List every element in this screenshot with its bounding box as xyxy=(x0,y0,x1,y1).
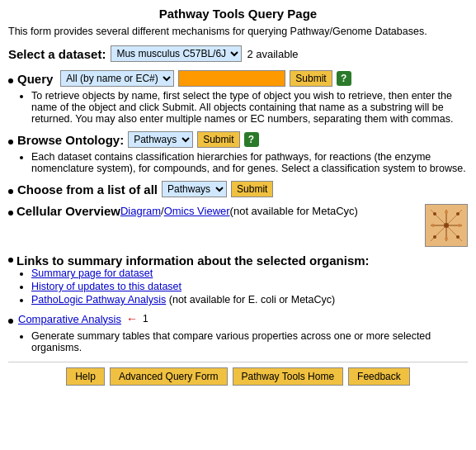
query-input[interactable] xyxy=(178,70,285,87)
svg-point-12 xyxy=(458,224,461,227)
cellular-thumbnail-svg xyxy=(427,206,466,245)
svg-point-7 xyxy=(456,212,460,216)
links-section: Links to summary information about the s… xyxy=(8,253,468,306)
cellular-section: Cellular Overview Diagram / Omics Viewer… xyxy=(8,204,468,247)
query-submit-button[interactable]: Submit xyxy=(290,70,332,87)
choose-select[interactable]: Pathways xyxy=(162,181,227,197)
intro-text: This form provides several different mec… xyxy=(8,26,468,37)
query-section: Query All (by name or EC#) Submit ? To r… xyxy=(8,70,468,125)
history-link[interactable]: History of updates to this dataset xyxy=(31,281,181,292)
browse-description-list: Each dataset contains classification hie… xyxy=(31,151,468,174)
arrow-icon: ← xyxy=(126,312,138,325)
choose-bullet xyxy=(8,189,13,194)
summary-page-link[interactable]: Summary page for dataset xyxy=(31,268,153,279)
svg-point-11 xyxy=(431,224,435,227)
browse-label: Browse Ontology: xyxy=(17,133,124,147)
comparative-description-list: Generate summary tables that compare var… xyxy=(31,330,468,353)
svg-point-9 xyxy=(456,235,460,239)
svg-point-6 xyxy=(433,212,436,216)
number-indicator: 1 xyxy=(143,313,148,324)
list-item: History of updates to this dataset xyxy=(31,281,468,292)
browse-description: Each dataset contains classification hie… xyxy=(31,151,468,174)
dataset-available: 2 available xyxy=(247,48,298,60)
pathologic-suffix: (not available for E. coli or MetaCyc) xyxy=(166,294,335,306)
choose-label: Choose from a list of all xyxy=(17,182,158,197)
svg-point-13 xyxy=(445,237,448,240)
svg-point-10 xyxy=(445,211,448,214)
query-label: Query xyxy=(17,72,53,86)
pathway-tools-home-button[interactable]: Pathway Tools Home xyxy=(233,367,344,386)
list-item: Summary page for dataset xyxy=(31,268,468,279)
svg-point-5 xyxy=(444,223,449,228)
cellular-suffix: (not available for MetaCyc) xyxy=(230,205,358,217)
links-bullet xyxy=(8,258,13,263)
links-title: Links to summary information about the s… xyxy=(16,253,370,268)
cellular-row: Cellular Overview Diagram / Omics Viewer… xyxy=(8,204,417,218)
choose-submit-button[interactable]: Submit xyxy=(231,181,273,197)
choose-row: Choose from a list of all Pathways Submi… xyxy=(8,181,468,197)
help-button[interactable]: Help xyxy=(66,367,105,386)
comparative-analysis-link[interactable]: Comparative Analysis xyxy=(18,313,121,325)
browse-select[interactable]: Pathways xyxy=(128,131,193,148)
comparative-section: Comparative Analysis ← 1 Generate summar… xyxy=(8,312,468,353)
advanced-query-button[interactable]: Advanced Query Form xyxy=(110,367,228,386)
cellular-thumbnail xyxy=(425,204,468,247)
links-list: Summary page for dataset History of upda… xyxy=(31,268,468,306)
query-description-list: To retrieve objects by name, first selec… xyxy=(31,90,468,125)
query-row: Query All (by name or EC#) Submit ? xyxy=(8,70,468,87)
query-description: To retrieve objects by name, first selec… xyxy=(31,90,468,125)
dataset-label: Select a dataset: xyxy=(8,47,106,61)
pathologic-link[interactable]: PathoLogic Pathway Analysis xyxy=(31,294,166,306)
query-bullet xyxy=(8,78,13,83)
bottom-bar: Help Advanced Query Form Pathway Tools H… xyxy=(8,362,468,386)
query-help-icon[interactable]: ? xyxy=(337,71,351,86)
page-title: Pathway Tools Query Page xyxy=(8,7,468,21)
browse-bullet xyxy=(8,140,13,144)
browse-submit-button[interactable]: Submit xyxy=(197,131,239,148)
choose-section: Choose from a list of all Pathways Submi… xyxy=(8,181,468,197)
cellular-label-prefix: Cellular Overview xyxy=(16,204,120,218)
comparative-description: Generate summary tables that compare var… xyxy=(31,330,468,353)
cellular-diagram-link[interactable]: Diagram xyxy=(120,205,161,217)
cellular-bullet xyxy=(8,211,13,216)
browse-row: Browse Ontology: Pathways Submit ? xyxy=(8,131,468,148)
query-type-select[interactable]: All (by name or EC#) xyxy=(60,70,174,87)
feedback-button[interactable]: Feedback xyxy=(348,367,410,386)
comparative-bullet xyxy=(8,319,13,324)
select-dataset-section: Select a dataset: Mus musculus C57BL/6J … xyxy=(8,45,468,62)
dataset-select[interactable]: Mus musculus C57BL/6J xyxy=(111,45,242,62)
browse-help-icon[interactable]: ? xyxy=(244,132,259,147)
cellular-omics-link[interactable]: Omics Viewer xyxy=(164,205,230,217)
svg-point-8 xyxy=(433,235,436,239)
comparative-row: Comparative Analysis ← 1 xyxy=(8,312,468,325)
browse-section: Browse Ontology: Pathways Submit ? Each … xyxy=(8,131,468,174)
list-item: PathoLogic Pathway Analysis (not availab… xyxy=(31,294,468,306)
